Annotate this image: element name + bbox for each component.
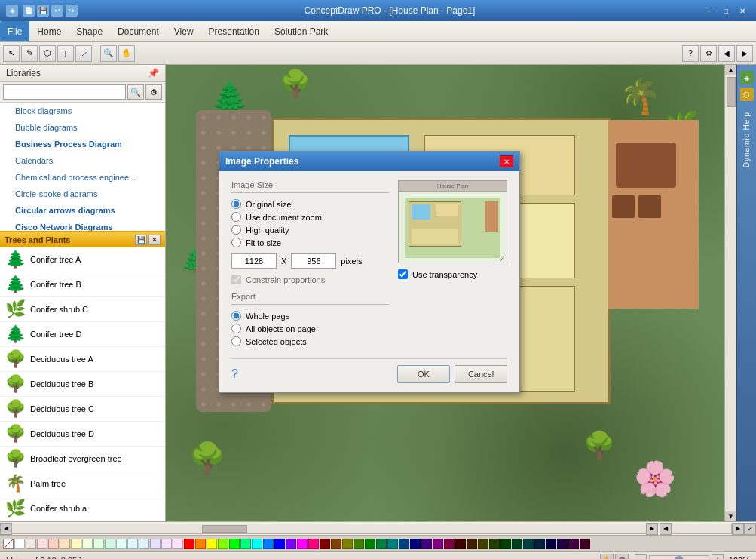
tree-list-item[interactable]: 🌳Deciduous tree A bbox=[0, 347, 165, 372]
transparency-checkbox[interactable] bbox=[398, 269, 408, 279]
library-item[interactable]: Cisco Network Diagrams bbox=[0, 219, 165, 231]
color-swatch[interactable] bbox=[308, 539, 319, 549]
toolbar-btn-3[interactable]: ⬡ bbox=[39, 45, 56, 62]
color-swatch[interactable] bbox=[387, 539, 398, 549]
color-swatch[interactable] bbox=[229, 539, 240, 549]
trees-save-btn[interactable]: 💾 bbox=[135, 235, 147, 245]
radio-high-quality[interactable]: High quality bbox=[231, 225, 389, 235]
library-item[interactable]: Circle-spoke diagrams bbox=[0, 186, 165, 202]
radio-fit-to-size[interactable]: Fit to size bbox=[231, 238, 389, 247]
radio-sel-input[interactable] bbox=[231, 336, 241, 346]
radio-whole-page[interactable]: Whole page bbox=[231, 311, 389, 321]
color-swatch[interactable] bbox=[48, 539, 59, 549]
tree-list-item[interactable]: 🌿Conifer shrub a bbox=[0, 496, 165, 521]
tree-list-item[interactable]: 🌿Conifer shrub C bbox=[0, 297, 165, 322]
save-icon[interactable]: 💾 bbox=[37, 5, 49, 17]
radio-document-zoom[interactable]: Use document zoom bbox=[231, 212, 389, 222]
dialog-close-button[interactable]: ✕ bbox=[500, 155, 513, 167]
pin-icon[interactable]: 📌 bbox=[148, 68, 159, 78]
color-swatch[interactable] bbox=[195, 539, 206, 549]
color-swatch[interactable] bbox=[512, 539, 522, 549]
color-swatch[interactable] bbox=[478, 539, 488, 549]
menu-solution-park[interactable]: Solution Park bbox=[267, 21, 335, 41]
color-swatch[interactable] bbox=[534, 539, 545, 549]
menu-view[interactable]: View bbox=[167, 21, 201, 41]
right-panel-btn-2[interactable]: ⬡ bbox=[740, 88, 754, 101]
scroll-thumb[interactable] bbox=[727, 77, 736, 107]
filter-button[interactable]: ⚙ bbox=[145, 84, 162, 100]
zoom-in-btn[interactable]: + bbox=[712, 554, 724, 560]
color-swatch[interactable] bbox=[14, 539, 25, 549]
radio-fit-input[interactable] bbox=[231, 238, 241, 247]
color-swatch[interactable] bbox=[207, 539, 217, 549]
h-scrollbar-2[interactable] bbox=[672, 524, 732, 534]
expand-btn[interactable]: ⤢ bbox=[744, 523, 756, 535]
color-swatch[interactable] bbox=[240, 539, 251, 549]
color-swatch[interactable] bbox=[354, 539, 364, 549]
color-swatch[interactable] bbox=[489, 539, 500, 549]
color-swatch[interactable] bbox=[320, 539, 330, 549]
toolbar-nav-back[interactable]: ◀ bbox=[718, 45, 735, 62]
color-swatch[interactable] bbox=[150, 539, 161, 549]
page-next[interactable]: ▶ bbox=[732, 523, 744, 535]
toolbar-settings[interactable]: ⚙ bbox=[700, 45, 717, 62]
color-swatch[interactable] bbox=[60, 539, 70, 549]
search-input[interactable] bbox=[3, 84, 126, 100]
search-button[interactable]: 🔍 bbox=[127, 84, 144, 100]
cancel-button[interactable]: Cancel bbox=[455, 365, 507, 383]
library-item[interactable]: Block diagrams bbox=[0, 103, 165, 119]
redo-icon[interactable]: ↪ bbox=[66, 5, 78, 17]
color-swatch[interactable] bbox=[568, 539, 579, 549]
h-scroll-thumb[interactable] bbox=[202, 525, 247, 533]
library-item[interactable]: Circular arrows diagrams bbox=[0, 202, 165, 219]
toolbar-btn-2[interactable]: ✎ bbox=[21, 45, 38, 62]
scroll-left-btn[interactable]: ◀ bbox=[0, 523, 12, 535]
color-swatch[interactable] bbox=[500, 539, 511, 549]
toolbar-zoom[interactable]: 🔍 bbox=[100, 45, 117, 62]
color-swatch[interactable] bbox=[342, 539, 353, 549]
menu-shape[interactable]: Shape bbox=[69, 21, 110, 41]
color-swatch[interactable] bbox=[546, 539, 556, 549]
toolbar-btn-4[interactable]: T bbox=[57, 45, 74, 62]
tree-list-item[interactable]: 🌲Conifer tree B bbox=[0, 272, 165, 297]
radio-original-size[interactable]: Original size bbox=[231, 199, 389, 209]
color-swatch[interactable] bbox=[410, 539, 421, 549]
trees-close-btn[interactable]: ✕ bbox=[148, 235, 161, 245]
library-item[interactable]: Business Process Diagram bbox=[0, 136, 165, 152]
right-panel-btn-1[interactable]: ◈ bbox=[740, 71, 754, 84]
tree-list-item[interactable]: 🌴Palm tree bbox=[0, 471, 165, 496]
help-icon[interactable]: ? bbox=[231, 367, 238, 381]
color-swatch[interactable] bbox=[82, 539, 93, 549]
scroll-down-btn[interactable]: ▼ bbox=[725, 511, 736, 521]
color-swatch[interactable] bbox=[444, 539, 455, 549]
color-swatch[interactable] bbox=[331, 539, 341, 549]
minimize-button[interactable]: ─ bbox=[702, 4, 717, 17]
page-prev[interactable]: ◀ bbox=[660, 523, 672, 535]
zoom-thumb[interactable] bbox=[675, 556, 684, 560]
color-swatch[interactable] bbox=[580, 539, 590, 549]
color-swatch[interactable] bbox=[376, 539, 387, 549]
library-item[interactable]: Calendars bbox=[0, 152, 165, 169]
color-swatch[interactable] bbox=[274, 539, 285, 549]
radio-whole-input[interactable] bbox=[231, 311, 241, 321]
color-swatch[interactable] bbox=[557, 539, 568, 549]
library-item[interactable]: Chemical and process enginee... bbox=[0, 169, 165, 186]
color-swatch[interactable] bbox=[297, 539, 308, 549]
color-swatch[interactable] bbox=[455, 539, 466, 549]
menu-file[interactable]: File bbox=[0, 21, 29, 41]
color-swatch[interactable] bbox=[421, 539, 432, 549]
color-swatch[interactable] bbox=[365, 539, 375, 549]
color-swatch[interactable] bbox=[399, 539, 409, 549]
toolbar-btn-5[interactable]: ⟋ bbox=[75, 45, 92, 62]
tree-list-item[interactable]: 🌳Deciduous tree D bbox=[0, 422, 165, 447]
width-input[interactable] bbox=[231, 253, 277, 269]
color-swatch[interactable] bbox=[433, 539, 443, 549]
toolbar-btn-1[interactable]: ↖ bbox=[3, 45, 20, 62]
close-button[interactable]: ✕ bbox=[735, 4, 750, 17]
color-swatch[interactable] bbox=[467, 539, 477, 549]
scroll-right-btn[interactable]: ▶ bbox=[646, 523, 658, 535]
zoom-slider[interactable] bbox=[649, 555, 709, 560]
color-swatch[interactable] bbox=[26, 539, 36, 549]
color-swatch[interactable] bbox=[184, 539, 194, 549]
color-swatch[interactable] bbox=[218, 539, 228, 549]
